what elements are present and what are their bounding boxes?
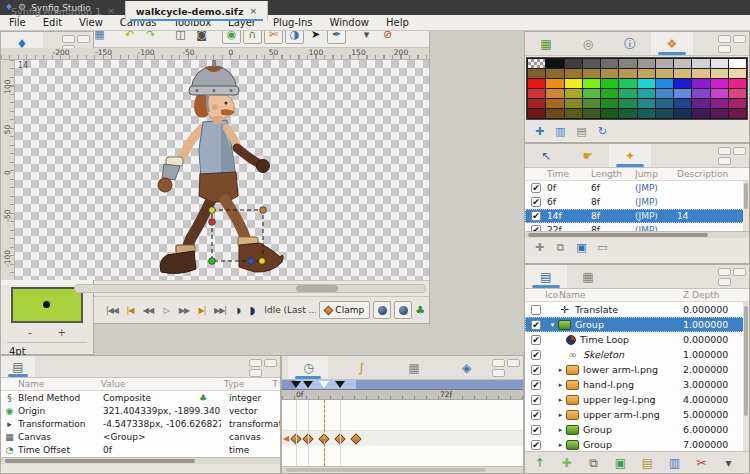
layer-expander[interactable]: ▸	[555, 441, 566, 449]
palette-swatch[interactable]	[583, 89, 600, 98]
palette-swatch[interactable]	[528, 59, 545, 68]
palette-swatch[interactable]	[729, 89, 746, 98]
palette-swatch[interactable]	[674, 109, 691, 118]
panel-dock-buttons[interactable]	[718, 268, 746, 286]
tab-layers[interactable]: ▤	[525, 265, 567, 288]
tab-keyframes[interactable]: ✦	[609, 144, 651, 167]
palette-swatch[interactable]	[692, 69, 709, 78]
palette-swatch[interactable]	[711, 59, 728, 68]
timetrack-area[interactable]: ◀	[282, 400, 523, 466]
palette-swatch[interactable]	[638, 99, 655, 108]
document-tab[interactable]: Synfig Animation 1×	[1, 1, 126, 21]
palette-swatch[interactable]	[711, 89, 728, 98]
layer-row[interactable]: ✛Translate0.000000	[525, 302, 749, 317]
keyframe-row[interactable]: ✔22f8f(JMP)	[525, 223, 749, 231]
param-row[interactable]: §Blend MethodComposite♣integer	[1, 391, 280, 404]
animate-editing-icon[interactable]: ◗	[249, 305, 255, 316]
layer-checkbox[interactable]: ✔	[531, 440, 541, 450]
palette-swatch[interactable]	[692, 79, 709, 88]
palette-swatch[interactable]	[583, 79, 600, 88]
palette-swatch[interactable]	[583, 69, 600, 78]
palette-swatch[interactable]	[565, 99, 582, 108]
palette-swatch[interactable]	[528, 89, 545, 98]
next-keyframe-button[interactable]: ▶|	[193, 302, 210, 319]
tab-canvas-browser[interactable]: ▦	[394, 356, 434, 379]
palette-swatch[interactable]	[619, 69, 636, 78]
menu-help[interactable]: Help	[386, 17, 409, 28]
palette-swatch[interactable]	[692, 109, 709, 118]
palette-swatch[interactable]	[711, 109, 728, 118]
palette-swatch[interactable]	[601, 59, 618, 68]
palette-swatch[interactable]	[601, 109, 618, 118]
panel-dock-buttons[interactable]	[718, 35, 746, 53]
palette-swatch[interactable]	[638, 109, 655, 118]
new-group-button[interactable]: ▤	[638, 453, 657, 472]
param-expander[interactable]: ▸	[1, 419, 18, 429]
prev-keyframe-button[interactable]: |◀	[121, 302, 138, 319]
param-value[interactable]: <Group>	[103, 432, 221, 442]
tab-close-icon[interactable]: ×	[249, 6, 257, 16]
palette-swatch[interactable]	[546, 79, 563, 88]
keyframe-checkbox[interactable]: ✔	[531, 183, 541, 193]
keyframe-jump-link[interactable]: (JMP)	[635, 197, 677, 207]
palette-swatch[interactable]	[638, 79, 655, 88]
renderer-icon[interactable]: ♣	[415, 305, 425, 316]
panel-dock-buttons[interactable]	[718, 147, 746, 165]
time-bar[interactable]	[282, 380, 523, 390]
keyframe-marker[interactable]	[303, 381, 313, 390]
palette-save-button[interactable]: ▥	[551, 122, 570, 141]
layer-checkbox[interactable]: ✔	[531, 410, 541, 420]
tab-curves[interactable]: ∫	[341, 356, 381, 379]
layer-row[interactable]: ✔▸hand-l.png3.000000	[525, 377, 749, 392]
palette-swatch[interactable]	[674, 99, 691, 108]
palette-swatch[interactable]	[692, 99, 709, 108]
waypoint[interactable]	[350, 433, 361, 444]
param-row[interactable]: ▦Canvas<Group>canvas	[1, 430, 280, 443]
palette-swatch[interactable]	[565, 89, 582, 98]
keyframe-bounds-button[interactable]: ▭	[593, 238, 612, 257]
palette-swatch[interactable]	[528, 79, 545, 88]
new-layer-button[interactable]: ✚	[557, 453, 576, 472]
tab-info[interactable]: ⓘ	[609, 32, 651, 55]
layer-expander[interactable]: ▸	[555, 426, 566, 434]
palette-swatch[interactable]	[656, 99, 673, 108]
layer-expander[interactable]: ▸	[555, 396, 566, 404]
animate-mode-button[interactable]: ◗	[229, 302, 246, 319]
tab-palette[interactable]: ▦	[525, 32, 567, 55]
palette-swatch[interactable]	[711, 79, 728, 88]
layer-checkbox[interactable]: ✔	[531, 350, 541, 360]
palette-swatch[interactable]	[674, 69, 691, 78]
layer-expander[interactable]: ▸	[555, 366, 566, 374]
keyframes-horizontal-scrollbar[interactable]	[525, 231, 749, 238]
palette-swatch[interactable]	[674, 59, 691, 68]
keyframe-row[interactable]: ✔0f6f(JMP)	[525, 181, 749, 195]
panel-dock-buttons[interactable]	[249, 359, 277, 377]
add-keyframe-button[interactable]: ✚	[530, 238, 549, 257]
palette-swatch[interactable]	[583, 59, 600, 68]
palette-swatch[interactable]	[546, 99, 563, 108]
palette-swatch[interactable]	[601, 69, 618, 78]
tab-timetrack[interactable]: ◷	[288, 356, 328, 379]
palette-swatch[interactable]	[565, 79, 582, 88]
keyframe-marker[interactable]	[335, 381, 345, 390]
layer-params-button[interactable]: ▥	[665, 453, 684, 472]
palette-swatch[interactable]	[619, 59, 636, 68]
layer-checkbox[interactable]: ✔	[531, 380, 541, 390]
outline-color-swatch[interactable]	[11, 287, 83, 323]
keyframe-lock-toggle[interactable]: ▣	[572, 238, 591, 257]
clamp-button[interactable]: Clamp	[319, 301, 370, 319]
menu-window[interactable]: Window	[330, 17, 369, 28]
palette-swatch[interactable]	[711, 99, 728, 108]
tab-tool-options[interactable]: ↖	[525, 144, 567, 167]
param-value[interactable]: -4.547338px, -106.626827	[103, 419, 221, 429]
layer-expander[interactable]: ▸	[555, 411, 566, 419]
keyframe-row[interactable]: ✔14f8f(JMP)14	[525, 209, 749, 223]
palette-swatch[interactable]	[656, 109, 673, 118]
palette-add-color-button[interactable]: ✚	[530, 122, 549, 141]
next-frame-button[interactable]: ▶▶	[175, 302, 192, 319]
keyframe-checkbox[interactable]: ✔	[531, 197, 541, 207]
layer-row[interactable]: ✔▸Group7.000000	[525, 437, 749, 451]
layers-vertical-scrollbar[interactable]	[743, 302, 749, 451]
layer-expander[interactable]: ▾	[547, 321, 558, 329]
layer-row[interactable]: ✔▾Group1.000000	[525, 317, 749, 332]
